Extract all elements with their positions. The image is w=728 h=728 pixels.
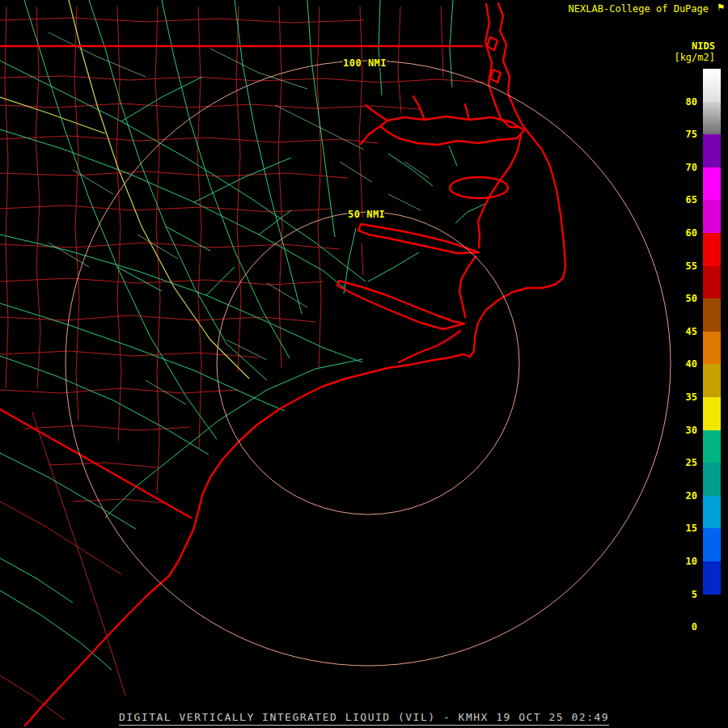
outer-banks-coastline xyxy=(25,3,565,726)
pamlico-neuse-shore xyxy=(459,256,476,317)
colorbar-tick-label: 25 xyxy=(686,456,697,469)
colorbar-tick-label: 5 xyxy=(692,588,697,601)
colorbar-tick-label: 80 xyxy=(686,95,697,108)
colorbar-segment xyxy=(703,134,721,167)
colorbar-segment xyxy=(703,332,721,365)
range-ring-100nmi xyxy=(66,61,671,666)
colorbar-tick-label: 55 xyxy=(686,260,697,273)
colorbar-segment xyxy=(703,200,721,233)
footer: DIGITAL VERTICALLY INTEGRATED LIQUID (VI… xyxy=(0,709,728,726)
pamlico-sound-shore xyxy=(478,136,521,248)
colorbar-title: NIDS xyxy=(692,40,715,52)
colorbar-tick-label: 15 xyxy=(686,522,697,535)
colorbar-segment xyxy=(703,69,721,102)
colorbar-tick-label: 65 xyxy=(686,193,697,206)
nexlab-logo-icon: ⚑ xyxy=(717,2,724,13)
colorbar-tick-label: 75 xyxy=(686,128,697,141)
coastline-layer xyxy=(0,3,565,726)
colorbar-tick-label: 40 xyxy=(686,358,697,370)
neuse-river xyxy=(337,281,464,329)
colorbar-segment xyxy=(703,167,721,201)
colorbar-tick-label: 30 xyxy=(686,424,697,437)
colorbar-tick-label: 20 xyxy=(686,489,697,502)
colorbar-segment xyxy=(703,364,721,397)
colorbar-segment xyxy=(703,430,721,463)
radar-map[interactable]: 100 NMI 50 NMI xyxy=(0,0,728,728)
state-border-nc-sc xyxy=(0,409,191,518)
colorbar-tick-label: 35 xyxy=(686,391,697,404)
pamlico-river xyxy=(358,224,479,253)
colorbar-segment xyxy=(703,102,721,135)
colorbar-segment xyxy=(703,397,721,430)
colorbar-segment xyxy=(703,266,721,299)
lake-mattamuskeet xyxy=(450,177,508,198)
colorbar-segment xyxy=(703,496,721,529)
albemarle-sound xyxy=(361,96,524,145)
colorbar-segment xyxy=(703,298,721,332)
colorbar-tick-label: 60 xyxy=(686,226,697,239)
colorbar-segments xyxy=(703,69,721,627)
colorbar-tick-label: 0 xyxy=(692,620,697,633)
brand-text: NEXLAB-College of DuPage xyxy=(569,3,709,15)
product-caption: DIGITAL VERTICALLY INTEGRATED LIQUID (VI… xyxy=(119,711,609,726)
range-rings-layer: 100 NMI 50 NMI xyxy=(66,57,671,666)
colorbar-tick-label: 50 xyxy=(686,292,697,305)
colorbar-tick-label: 10 xyxy=(686,555,697,568)
range-ring-label-100nmi: 100 NMI xyxy=(343,57,387,69)
colorbar-segment xyxy=(703,561,721,595)
colorbar-segment xyxy=(703,595,721,628)
colorbar-segment xyxy=(703,463,721,496)
roads-layer xyxy=(0,0,485,670)
colorbar-segment xyxy=(703,233,721,266)
colorbar-segment xyxy=(703,528,721,561)
colorbar-units: [kg/m2] xyxy=(674,52,715,63)
range-ring-label-50nmi: 50 NMI xyxy=(348,209,385,220)
colorbar-tick-label: 70 xyxy=(686,161,697,174)
colorbar-tick-label: 45 xyxy=(686,325,697,338)
